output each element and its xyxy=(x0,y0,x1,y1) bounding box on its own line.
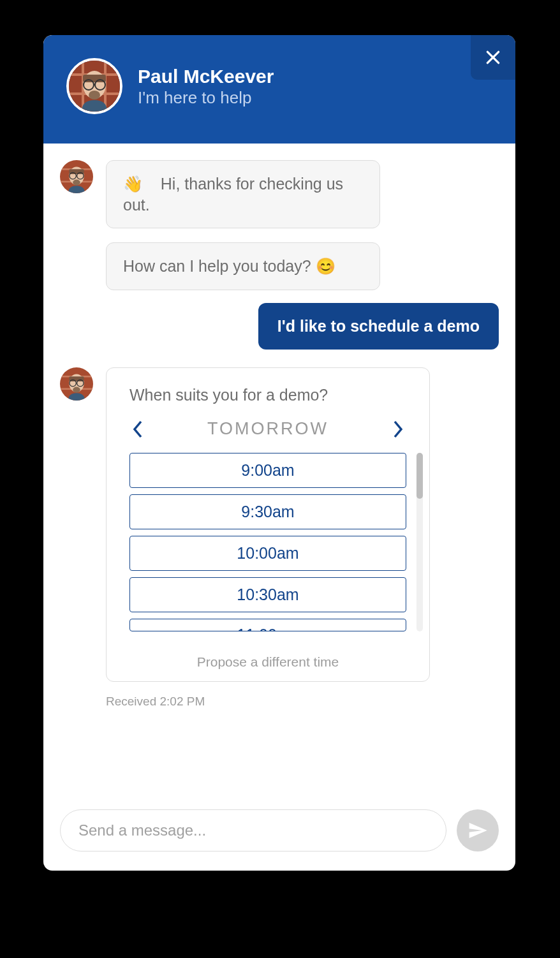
time-slot[interactable]: 11:00am xyxy=(129,619,406,631)
chevron-left-icon xyxy=(132,420,144,439)
wave-emoji: 👋 xyxy=(123,175,143,193)
avatar-image-small xyxy=(60,367,93,401)
time-slot[interactable]: 10:30am xyxy=(129,577,406,612)
agent-avatar xyxy=(66,58,122,114)
message-text: How can I help you today? xyxy=(123,257,316,275)
scheduler-card: When suits you for a demo? TOMORROW 9:00… xyxy=(106,367,430,682)
incoming-message-group: 👋 Hi, thanks for checking us out. How ca… xyxy=(60,160,499,290)
time-slot[interactable]: 9:00am xyxy=(129,453,406,488)
messages-area: 👋 Hi, thanks for checking us out. How ca… xyxy=(43,144,515,809)
scheduler-title: When suits you for a demo? xyxy=(107,386,429,413)
time-slot[interactable]: 9:30am xyxy=(129,494,406,529)
prev-day-button[interactable] xyxy=(126,417,150,441)
scheduler-row: When suits you for a demo? TOMORROW 9:00… xyxy=(60,367,499,682)
chat-header: Paul McKeever I'm here to help xyxy=(43,35,515,144)
outgoing-message-row: I'd like to schedule a demo xyxy=(60,303,499,350)
agent-tagline: I'm here to help xyxy=(138,88,274,108)
slots-container: 9:00am 9:30am 10:00am 10:30am 11:00am xyxy=(107,453,429,631)
propose-different-time-link[interactable]: Propose a different time xyxy=(107,654,429,670)
smile-emoji: 😊 xyxy=(316,257,335,275)
send-button[interactable] xyxy=(457,809,499,851)
outgoing-message: I'd like to schedule a demo xyxy=(258,303,499,350)
scrollbar[interactable] xyxy=(416,453,423,631)
svg-rect-18 xyxy=(69,169,84,174)
day-label: TOMORROW xyxy=(207,419,328,439)
svg-point-21 xyxy=(73,180,80,186)
close-button[interactable] xyxy=(471,35,515,80)
chat-widget: Paul McKeever I'm here to help xyxy=(43,35,515,871)
svg-point-11 xyxy=(89,91,100,99)
svg-rect-26 xyxy=(69,376,84,381)
time-slots[interactable]: 9:00am 9:30am 10:00am 10:30am 11:00am xyxy=(129,453,406,631)
avatar-image-small xyxy=(60,160,93,193)
send-icon xyxy=(468,820,488,841)
message-input[interactable] xyxy=(60,809,446,851)
svg-rect-7 xyxy=(83,75,106,82)
agent-name: Paul McKeever xyxy=(138,66,274,87)
time-slot[interactable]: 10:00am xyxy=(129,536,406,571)
header-texts: Paul McKeever I'm here to help xyxy=(138,66,274,108)
avatar-image xyxy=(69,61,120,112)
message-avatar xyxy=(60,160,93,193)
svg-point-29 xyxy=(73,387,80,392)
received-timestamp: Received 2:02 PM xyxy=(106,695,499,709)
scrollbar-thumb[interactable] xyxy=(416,453,423,499)
message-avatar xyxy=(60,367,93,401)
chevron-right-icon xyxy=(392,420,404,439)
close-icon xyxy=(485,49,501,66)
incoming-message: 👋 Hi, thanks for checking us out. xyxy=(106,160,380,228)
message-text: Hi, thanks for checking us out. xyxy=(123,175,343,214)
incoming-message: How can I help you today? 😊 xyxy=(106,242,380,290)
next-day-button[interactable] xyxy=(386,417,410,441)
input-bar xyxy=(43,809,515,871)
day-nav: TOMORROW xyxy=(107,413,429,453)
incoming-bubbles: 👋 Hi, thanks for checking us out. How ca… xyxy=(106,160,380,290)
